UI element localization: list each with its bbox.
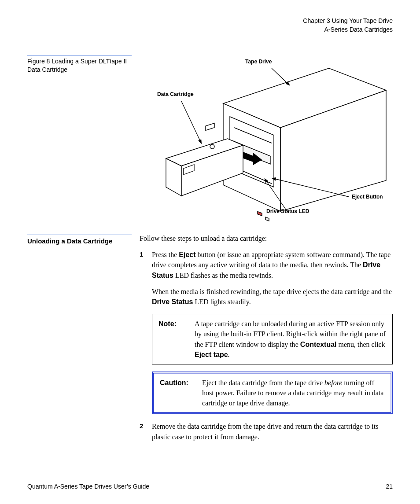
eject-tape-bold: Eject tape xyxy=(195,351,228,358)
header-section: A-Series Data Cartridges xyxy=(27,26,393,34)
running-header: Chapter 3 Using Your Tape Drive A-Series… xyxy=(27,17,393,34)
svg-line-17 xyxy=(181,101,201,143)
contextual-bold: Contextual xyxy=(300,341,337,348)
header-chapter: Chapter 3 Using Your Tape Drive xyxy=(27,17,393,26)
svg-rect-7 xyxy=(258,212,262,216)
footer-page-number: 21 xyxy=(386,483,393,490)
section-unloading: Unloading a Data Cartridge Follow these … xyxy=(27,235,393,448)
caution-tag: Caution: xyxy=(160,378,202,408)
step-1-para2: When the media is finished rewinding, th… xyxy=(152,287,393,307)
caution-body: Eject the data cartridge from the tape d… xyxy=(202,378,385,408)
callout-tape-drive: Tape Drive xyxy=(245,59,272,65)
section-rule xyxy=(27,235,132,235)
figure-rule xyxy=(27,55,132,55)
steps-list: Press the Eject button (or issue an appr… xyxy=(140,250,393,442)
caution-box: Caution: Eject the data cartridge from t… xyxy=(152,372,393,415)
eject-bold: Eject xyxy=(179,251,195,258)
callout-eject-button: Eject Button xyxy=(352,194,383,200)
step-2: Remove the data cartridge from the tape … xyxy=(140,421,393,441)
note-box: Note: A tape cartridge can be unloaded d… xyxy=(152,314,393,364)
callout-data-cartridge: Data Cartridge xyxy=(157,91,194,97)
svg-rect-13 xyxy=(206,123,214,130)
svg-rect-8 xyxy=(265,217,269,221)
section-heading: Unloading a Data Cartridge xyxy=(27,237,132,246)
note-body: A tape cartridge can be unloaded during … xyxy=(195,319,386,360)
figure-row: Figure 8 Loading a Super DLTtape II Data… xyxy=(27,55,393,222)
drive-status-bold-2: Drive Status xyxy=(152,298,193,305)
svg-line-16 xyxy=(272,68,289,85)
page-footer: Quantum A-Series Tape Drives User’s Guid… xyxy=(27,483,393,490)
footer-left: Quantum A-Series Tape Drives User’s Guid… xyxy=(27,483,149,490)
before-italic: before xyxy=(324,379,342,386)
figure-caption: Figure 8 Loading a Super DLTtape II Data… xyxy=(27,57,132,74)
step-1: Press the Eject button (or issue an appr… xyxy=(140,250,393,414)
figure-stage: Tape Drive Data Cartridge Eject Button D… xyxy=(140,55,393,222)
svg-point-14 xyxy=(210,144,214,149)
note-tag: Note: xyxy=(158,319,195,360)
callout-drive-status-led: Drive Status LED xyxy=(266,208,309,214)
section-intro: Follow these steps to unload a data cart… xyxy=(140,235,393,243)
